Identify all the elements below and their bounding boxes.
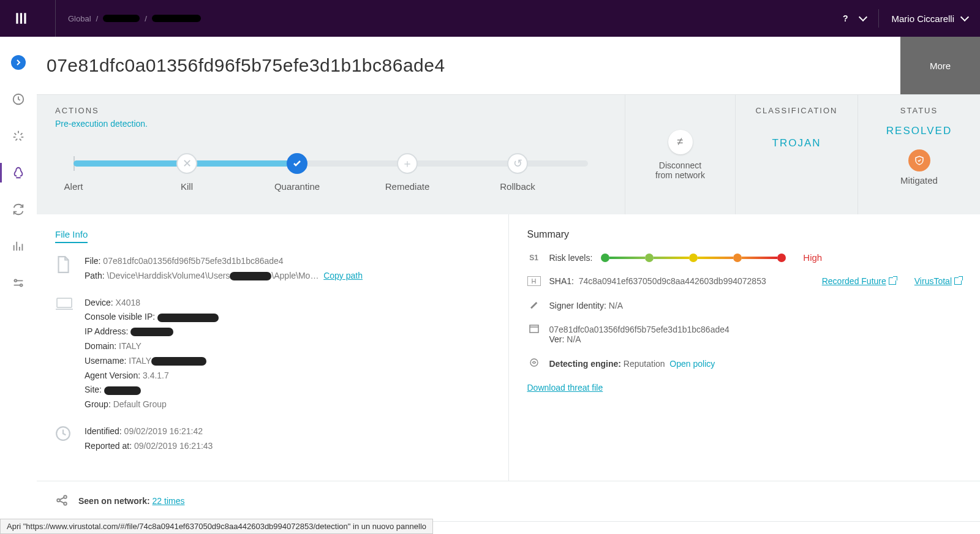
top-bar: Global / / ? Mario Ciccarelli — [0, 0, 980, 37]
file-info-panel: File Info File: 07e81dfc0a01356fd96f5b75… — [37, 214, 509, 481]
timeline-node-quarantine[interactable] — [287, 153, 307, 174]
timeline-label-rollback: Rollback — [500, 181, 535, 192]
shield-icon — [908, 149, 930, 171]
clock-icon — [55, 424, 75, 443]
nav-activity-icon[interactable] — [11, 129, 26, 143]
engine-row: Detecting engine: Reputation Open policy — [527, 358, 962, 369]
nav-expand-icon[interactable] — [11, 55, 26, 70]
status-value[interactable]: RESOLVED — [886, 125, 952, 137]
classification-value[interactable]: TROJAN — [772, 137, 821, 149]
nav-sync-icon[interactable] — [11, 202, 26, 217]
site-redacted — [104, 386, 141, 395]
breadcrumb-redacted-2 — [152, 15, 201, 22]
risk-value: High — [803, 252, 822, 263]
external-link-icon — [889, 277, 896, 285]
tab-file-info[interactable]: File Info — [55, 229, 88, 243]
svg-point-2 — [20, 284, 23, 287]
file-name: 07e81dfc0a01356fd96f5b75efe3d1b1bc86ade4 — [103, 256, 283, 266]
breadcrumb-redacted-1 — [103, 15, 140, 22]
disconnect-button[interactable]: ≠ Disconnectfrom network — [625, 95, 735, 214]
nav-reports-icon[interactable] — [11, 239, 26, 254]
page-title: 07e81dfc0a01356fd96f5b75efe3d1b1bc86ade4 — [37, 37, 900, 94]
path-redacted — [230, 272, 271, 280]
svg-rect-5 — [530, 325, 538, 333]
file-icon — [55, 254, 75, 276]
device-value: X4018 — [116, 298, 140, 307]
cvip-redacted — [157, 314, 219, 322]
copy-path-link[interactable]: Copy path — [323, 271, 363, 280]
browser-status-bar: Apri "https://www.virustotal.com/#/file/… — [0, 519, 433, 534]
status-mitigated: Mitigated — [900, 175, 938, 186]
timeline-label-kill: Kill — [181, 181, 193, 192]
seen-on-network: Seen on network: 22 times — [37, 481, 980, 521]
separator — [878, 9, 879, 28]
breadcrumb[interactable]: Global / / — [55, 0, 201, 37]
ip-redacted — [130, 328, 173, 336]
sha1-row: H SHA1: 74c8a0941ef637050d9c8aa442603db9… — [527, 276, 962, 286]
virustotal-link[interactable]: VirusTotal — [914, 276, 962, 286]
signer-icon — [527, 299, 541, 311]
summary-panel: Summary S1 Risk levels: — [509, 214, 981, 481]
seen-times-link[interactable]: 22 times — [153, 496, 185, 506]
timeline-node-rollback[interactable]: ↺ — [507, 153, 528, 174]
overview-panel: ACTIONS Pre-execution detection. Alert ✕… — [37, 94, 980, 214]
share-icon — [55, 494, 69, 509]
svg-rect-3 — [57, 298, 72, 307]
details-section: File Info File: 07e81dfc0a01356fd96f5b75… — [37, 214, 980, 481]
recorded-future-link[interactable]: Recorded Future — [822, 276, 896, 286]
actions-section: ACTIONS Pre-execution detection. Alert ✕… — [37, 95, 625, 214]
svg-point-6 — [530, 359, 538, 366]
risk-meter — [601, 254, 786, 262]
signer-row: Signer Identity: N/A — [527, 299, 962, 311]
user-chevron-icon — [960, 13, 969, 21]
download-threat-link[interactable]: Download threat file — [527, 383, 603, 393]
logo-icon[interactable] — [12, 9, 31, 28]
svg-point-1 — [15, 280, 17, 282]
actions-heading: ACTIONS — [55, 106, 606, 115]
id-row: 07e81dfc0a01356fd96f5b75efe3d1b1bc86ade4… — [527, 325, 962, 344]
user-name: Mario Ciccarelli — [891, 13, 954, 24]
nav-dashboard-icon[interactable] — [11, 92, 26, 107]
actions-timeline: Alert ✕ Kill Quarantine ＋ Remediate ↺ Ro… — [55, 153, 606, 196]
summary-heading: Summary — [527, 229, 962, 240]
help-chevron-icon[interactable] — [859, 13, 867, 21]
s1-icon: S1 — [527, 254, 541, 262]
side-nav — [0, 37, 37, 534]
breadcrumb-root[interactable]: Global — [68, 14, 91, 23]
disconnect-icon: ≠ — [668, 130, 693, 154]
classification-section: CLASSIFICATION TROJAN — [735, 95, 858, 214]
status-section: STATUS RESOLVED Mitigated — [858, 95, 980, 214]
external-link-icon — [954, 277, 962, 285]
hash-icon: H — [527, 276, 541, 286]
status-heading: STATUS — [900, 106, 938, 115]
username-redacted — [151, 357, 206, 366]
open-policy-link[interactable]: Open policy — [669, 359, 715, 369]
classification-heading: CLASSIFICATION — [756, 106, 838, 115]
timeline-label-quarantine: Quarantine — [274, 181, 320, 192]
main-content: 07e81dfc0a01356fd96f5b75efe3d1b1bc86ade4… — [37, 37, 980, 534]
timeline-node-remediate[interactable]: ＋ — [397, 153, 418, 174]
more-button[interactable]: More — [900, 37, 980, 94]
device-icon — [55, 296, 75, 312]
help-button[interactable]: ? — [843, 13, 848, 23]
nav-analyze-icon[interactable] — [11, 165, 26, 180]
timeline-label-remediate: Remediate — [385, 181, 430, 192]
user-menu[interactable]: Mario Ciccarelli — [891, 13, 968, 24]
risk-row: S1 Risk levels: High — [527, 252, 962, 263]
timeline-label-alert: Alert — [64, 181, 83, 192]
actions-subtitle: Pre-execution detection. — [55, 119, 606, 129]
nav-settings-icon[interactable] — [11, 276, 26, 290]
engine-icon — [527, 358, 541, 369]
window-icon — [527, 325, 541, 335]
timeline-node-kill[interactable]: ✕ — [176, 153, 197, 174]
